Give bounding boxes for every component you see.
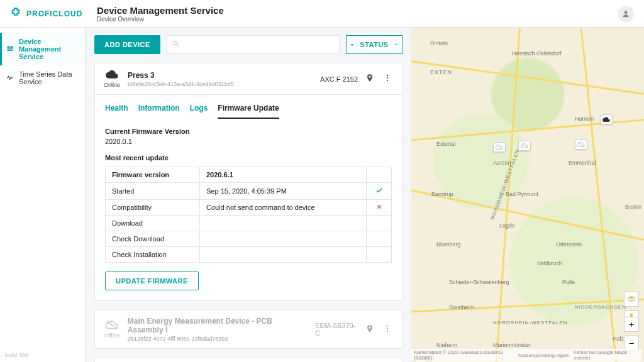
- map-region-label: NORDRHEIN-WESTFALEN: [493, 320, 568, 326]
- device-card-peek[interactable]: [94, 358, 402, 362]
- map-city-label: EXTEN: [430, 69, 452, 75]
- search-icon: [172, 40, 180, 50]
- arrow-down-icon: [350, 41, 355, 48]
- sidebar-item-label: Device Management Service: [19, 38, 79, 60]
- svg-point-6: [387, 75, 388, 76]
- map-zoom-in-button[interactable]: +: [624, 317, 639, 332]
- fw-col-version-value: 2020.6.1: [200, 167, 367, 183]
- map-panel[interactable]: Rinteln Hessisch Oldendorf EXTEN Hameln …: [411, 28, 644, 362]
- map-city-label: Vahlbruch: [537, 260, 562, 266]
- map-city-label: Marienmünster: [493, 342, 531, 348]
- svg-point-10: [387, 327, 388, 329]
- dashboard-icon: [6, 38, 14, 60]
- svg-point-9: [387, 325, 388, 326]
- svg-point-7: [387, 77, 388, 79]
- current-fw-value: 2020.0.1: [105, 138, 392, 145]
- build-version: build 404: [0, 348, 85, 362]
- map-city-label: Lügde: [499, 222, 515, 229]
- brand-logo-icon: [10, 7, 21, 20]
- map-city-label: Barntrup: [431, 191, 453, 197]
- search-field[interactable]: [167, 35, 340, 54]
- map-city-label: Hessisch Oldendorf: [512, 50, 562, 57]
- device-uuid: b0fe9c28-b3eb-413a-a5d1-2ce99d031bd5: [128, 81, 234, 87]
- map-region-label: NIEDERSACHSEN: [575, 304, 626, 310]
- svg-rect-3: [8, 48, 13, 50]
- fw-col-version-header: Firmware version: [106, 167, 200, 183]
- map-city-label: Hameln: [575, 116, 594, 122]
- map-city-label: Aerzen: [493, 160, 511, 166]
- device-status: Offline: [104, 332, 120, 339]
- x-icon: [367, 200, 392, 216]
- svg-point-12: [630, 314, 633, 316]
- user-avatar[interactable]: [618, 6, 634, 22]
- fw-row-compat-value: Could not send command to device: [200, 200, 367, 216]
- fw-row-started-label: Started: [106, 183, 200, 200]
- add-device-button[interactable]: ADD DEVICE: [94, 35, 160, 54]
- fw-row-download-label: Download: [106, 216, 200, 231]
- cloud-offline-icon: [106, 321, 118, 331]
- brand-name: PROFICLOUD: [26, 9, 82, 18]
- fw-row-compat-label: Compatibility: [106, 200, 200, 216]
- map-city-label: Ottenstein: [556, 241, 582, 248]
- map-attribution: Kartendaten © 2020 GeoBasis-DE/BKG (©200…: [411, 349, 641, 361]
- search-input[interactable]: [180, 40, 334, 49]
- device-name: Main Energy Measurement Device - PCB Ass…: [128, 317, 308, 334]
- tab-information[interactable]: Information: [138, 101, 180, 119]
- brand[interactable]: PROFICLOUD: [10, 7, 86, 20]
- recent-update-label: Most recent update: [105, 154, 392, 162]
- device-card[interactable]: Offline Main Energy Measurement Device -…: [94, 310, 402, 349]
- svg-point-5: [174, 41, 177, 45]
- check-icon: [367, 183, 392, 200]
- fw-row-started-value: Sep 15, 2020, 4:05:39 PM: [200, 183, 367, 200]
- map-city-label: Emmerthal: [569, 160, 596, 166]
- waveform-icon: [6, 70, 14, 85]
- map-city-label: Steinheim: [449, 304, 474, 310]
- more-vert-icon[interactable]: [382, 72, 393, 85]
- map-device-marker[interactable]: [493, 142, 506, 152]
- map-city-label: Extertal: [436, 141, 456, 147]
- tab-firmware-update[interactable]: Firmware Update: [218, 101, 279, 119]
- map-device-marker[interactable]: [518, 141, 531, 151]
- map-city-label: Boden: [625, 204, 641, 210]
- svg-rect-4: [8, 50, 13, 52]
- svg-point-0: [625, 11, 628, 14]
- map-layers-button[interactable]: [624, 292, 639, 307]
- cloud-icon: [106, 70, 118, 80]
- location-pin-icon[interactable]: [364, 323, 375, 336]
- svg-point-11: [387, 330, 388, 331]
- device-type: AXC F 2152: [320, 75, 358, 83]
- svg-rect-1: [8, 47, 10, 48]
- map-city-label: Rinteln: [430, 40, 448, 47]
- map-device-marker[interactable]: [600, 114, 613, 124]
- map-city-label: Bad Pyrmont: [506, 191, 538, 197]
- page-subtitle: Device Overview: [97, 16, 224, 23]
- map-device-marker[interactable]: [575, 140, 587, 150]
- page-title: Device Management Service: [97, 5, 224, 16]
- chevron-up-icon: [394, 41, 399, 48]
- device-uuid: d5128f22-4072-4fff-906e-12f5dad78393: [128, 336, 308, 342]
- tab-logs[interactable]: Logs: [190, 101, 208, 119]
- sidebar-item-time-series[interactable]: Time Series Data Service: [0, 65, 85, 90]
- sidebar-item-device-management[interactable]: Device Management Service: [0, 33, 85, 65]
- svg-rect-2: [11, 47, 13, 48]
- svg-point-8: [387, 80, 388, 81]
- device-name: Press 3: [128, 71, 234, 80]
- fw-row-check-install-label: Check Installation: [106, 247, 200, 263]
- more-vert-icon[interactable]: [382, 323, 393, 336]
- map-city-label: Blomberg: [436, 241, 461, 248]
- status-filter-dropdown[interactable]: STATUS: [346, 35, 402, 54]
- map-city-label: Schieder-Schwalenberg: [449, 279, 509, 285]
- device-card: Online Press 3 b0fe9c28-b3eb-413a-a5d1-2…: [94, 63, 402, 301]
- sidebar-item-label: Time Series Data Service: [19, 70, 79, 85]
- tab-health[interactable]: Health: [105, 101, 128, 119]
- location-pin-icon[interactable]: [364, 72, 375, 85]
- device-status: Online: [104, 82, 120, 88]
- firmware-update-table: Firmware version 2020.6.1 Started Sep 15…: [105, 167, 392, 263]
- update-firmware-button[interactable]: UPDATE FIRMWARE: [105, 272, 199, 290]
- current-fw-label: Current Firmware Version: [105, 128, 392, 135]
- status-label: STATUS: [360, 41, 388, 48]
- map-city-label: Polle: [562, 279, 575, 285]
- device-type: EEM-SB370-C: [315, 322, 358, 337]
- fw-row-check-download-label: Check Download: [106, 231, 200, 247]
- map-city-label: Nieheim: [436, 342, 457, 348]
